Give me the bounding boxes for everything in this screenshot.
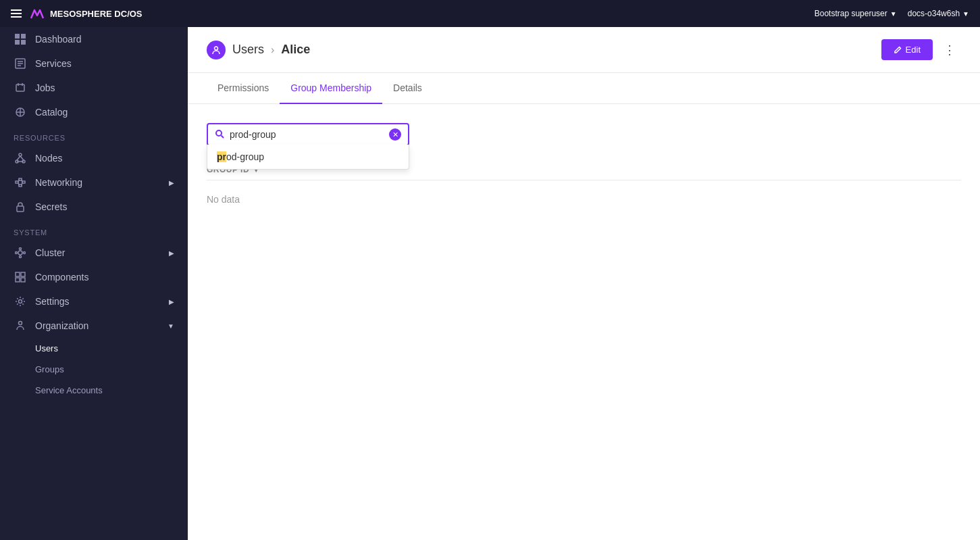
topbar-cluster-menu[interactable]: docs-o34w6sh ▼ — [908, 9, 969, 18]
svg-point-40 — [215, 47, 218, 50]
resources-section-label: Resources — [0, 124, 188, 146]
components-icon — [14, 272, 27, 283]
edit-button[interactable]: Edit — [881, 39, 933, 60]
more-icon: ⋮ — [944, 43, 956, 57]
topbar-user-menu[interactable]: Bootstrap superuser ▼ — [815, 9, 897, 18]
sidebar-item-services-label: Services — [35, 58, 72, 69]
sidebar-item-networking[interactable]: Networking ▶ — [0, 170, 188, 195]
system-section-label: System — [0, 219, 188, 241]
svg-point-14 — [19, 153, 22, 156]
svg-rect-3 — [21, 40, 26, 45]
networking-chevron-icon: ▶ — [169, 179, 174, 187]
svg-rect-1 — [21, 34, 26, 39]
layout: Dashboard Services Jobs Catalog Resource… — [0, 27, 980, 540]
svg-line-42 — [222, 135, 224, 138]
dashboard-icon — [14, 34, 27, 45]
search-container: ✕ prod-group — [207, 123, 409, 146]
sidebar-item-catalog-label: Catalog — [35, 107, 68, 118]
page-header-actions: Edit ⋮ — [881, 39, 961, 60]
search-dropdown-item[interactable]: prod-group — [207, 145, 409, 169]
tab-permissions-label: Permissions — [217, 82, 269, 93]
secrets-icon — [14, 201, 27, 212]
breadcrumb: Users › Alice — [207, 41, 310, 59]
tab-permissions[interactable]: Permissions — [207, 73, 280, 104]
sidebar-item-dashboard[interactable]: Dashboard — [0, 27, 188, 51]
nodes-icon — [14, 153, 27, 164]
breadcrumb-separator: › — [271, 44, 274, 56]
sidebar-item-nodes[interactable]: Nodes — [0, 146, 188, 170]
svg-line-17 — [17, 156, 20, 160]
organization-icon — [14, 320, 27, 331]
svg-point-39 — [19, 322, 22, 325]
sidebar-item-services[interactable]: Services — [0, 51, 188, 76]
sidebar-subitem-groups[interactable]: Groups — [0, 359, 188, 380]
sidebar-item-organization-label: Organization — [35, 320, 88, 331]
topbar-right: Bootstrap superuser ▼ docs-o34w6sh ▼ — [815, 9, 969, 18]
topbar-user-label: Bootstrap superuser — [815, 9, 887, 18]
tabs: Permissions Group Membership Details — [188, 73, 980, 104]
sidebar: Dashboard Services Jobs Catalog Resource… — [0, 27, 188, 540]
svg-rect-36 — [16, 278, 20, 282]
sidebar-subitem-users[interactable]: Users — [0, 338, 188, 359]
group-search-input[interactable] — [230, 129, 389, 140]
sidebar-item-jobs[interactable]: Jobs — [0, 76, 188, 100]
search-dropdown: prod-group — [207, 145, 409, 170]
svg-rect-2 — [15, 40, 20, 45]
cluster-chevron-icon: ▶ — [169, 249, 174, 257]
tab-details[interactable]: Details — [382, 73, 433, 104]
svg-point-31 — [20, 256, 22, 258]
sidebar-item-secrets[interactable]: Secrets — [0, 195, 188, 219]
page-header: Users › Alice Edit ⋮ — [188, 27, 980, 73]
cluster-icon — [14, 247, 27, 258]
search-clear-button[interactable]: ✕ — [389, 128, 401, 141]
organization-subitems: Users Groups Service Accounts — [0, 338, 188, 401]
svg-rect-22 — [19, 185, 22, 187]
organization-chevron-icon: ▼ — [167, 322, 174, 330]
no-data-message: No data — [207, 180, 961, 218]
main-content: Users › Alice Edit ⋮ Permissions Group M… — [188, 27, 980, 540]
sidebar-item-catalog[interactable]: Catalog — [0, 100, 188, 124]
search-input-wrapper: ✕ — [207, 123, 409, 146]
services-icon — [14, 58, 27, 69]
hamburger-button[interactable] — [11, 9, 22, 18]
cluster-chevron-icon: ▼ — [962, 10, 969, 18]
sidebar-item-jobs-label: Jobs — [35, 82, 55, 93]
sidebar-item-nodes-label: Nodes — [35, 153, 62, 164]
svg-line-18 — [20, 156, 24, 160]
breadcrumb-parent[interactable]: Users — [232, 43, 264, 57]
search-icon — [215, 129, 224, 141]
sidebar-subitem-groups-label: Groups — [35, 364, 64, 374]
networking-icon — [14, 177, 27, 188]
tab-group-membership-label: Group Membership — [290, 82, 371, 93]
svg-rect-34 — [16, 272, 20, 276]
topbar-logo: MESOSPHERE DC/OS — [30, 7, 143, 20]
svg-rect-35 — [21, 272, 25, 276]
edit-button-label: Edit — [906, 45, 921, 55]
user-chevron-icon: ▼ — [890, 10, 897, 18]
tab-content: ✕ prod-group Group ID ▼ No data — [188, 104, 980, 540]
sidebar-item-settings[interactable]: Settings ▶ — [0, 289, 188, 314]
sidebar-item-components[interactable]: Components — [0, 265, 188, 289]
sidebar-subitem-service-accounts[interactable]: Service Accounts — [0, 380, 188, 401]
more-actions-button[interactable]: ⋮ — [938, 40, 961, 60]
breadcrumb-current: Alice — [281, 43, 310, 57]
sidebar-item-secrets-label: Secrets — [35, 201, 67, 212]
settings-icon — [14, 296, 27, 307]
svg-line-24 — [18, 180, 19, 182]
sidebar-item-cluster[interactable]: Cluster ▶ — [0, 241, 188, 265]
tab-group-membership[interactable]: Group Membership — [280, 73, 382, 104]
svg-point-33 — [24, 252, 26, 254]
svg-rect-21 — [19, 178, 22, 180]
svg-line-25 — [18, 182, 19, 186]
sidebar-item-organization[interactable]: Organization ▼ — [0, 314, 188, 338]
sidebar-item-cluster-label: Cluster — [35, 247, 65, 258]
svg-point-38 — [19, 300, 22, 303]
svg-rect-0 — [15, 34, 20, 39]
svg-rect-37 — [21, 278, 25, 282]
svg-rect-8 — [16, 84, 24, 91]
catalog-icon — [14, 107, 27, 118]
sidebar-item-dashboard-label: Dashboard — [35, 34, 82, 45]
svg-point-32 — [16, 252, 18, 254]
svg-rect-20 — [16, 181, 18, 183]
edit-icon — [894, 46, 902, 54]
